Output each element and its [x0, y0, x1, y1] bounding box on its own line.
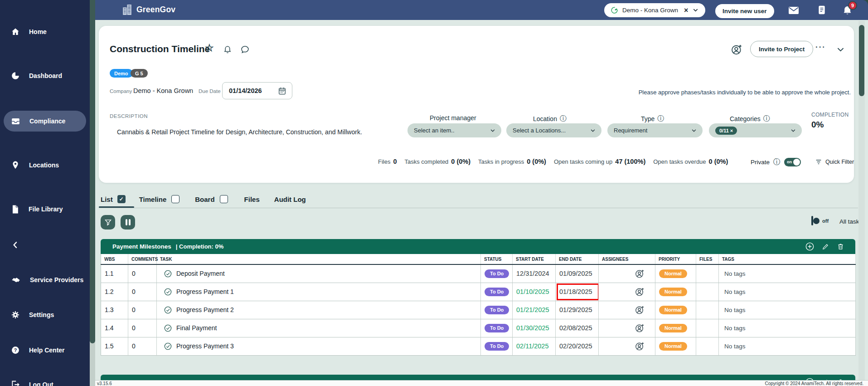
status-badge[interactable]: To Do — [485, 324, 509, 332]
check-circle-icon[interactable] — [164, 288, 172, 296]
categories-chip[interactable]: 0/11 × — [715, 127, 737, 135]
columns-button[interactable] — [121, 215, 135, 230]
check-circle-icon[interactable] — [164, 269, 172, 278]
invite-new-user-button[interactable]: Invite new user — [715, 4, 774, 18]
col-assignees: ASSIGNEES — [599, 254, 655, 264]
tab-timeline-checkbox[interactable] — [171, 195, 179, 203]
tab-list[interactable]: List — [101, 195, 113, 203]
type-select[interactable]: Requirement — [607, 123, 703, 137]
start-date-cell[interactable]: 12/31/2024 — [513, 264, 556, 283]
check-circle-icon[interactable] — [164, 306, 172, 314]
sidebar-item-settings[interactable]: Settings — [0, 306, 90, 324]
add-user-to-project-icon[interactable] — [731, 44, 743, 56]
tags-cell: No tags — [719, 301, 856, 319]
status-cell: To Do — [481, 264, 513, 283]
quick-filter-button[interactable]: Quick Filter — [815, 158, 854, 166]
sidebar-item-locations[interactable]: Locations — [0, 156, 90, 174]
private-toggle-group: Private ⓘ on — [751, 157, 801, 167]
sidebar-item-dashboard[interactable]: Dashboard — [0, 67, 90, 85]
collapse-header-chevron-icon[interactable] — [836, 45, 845, 54]
task-label[interactable]: Deposit Payment — [176, 270, 225, 277]
calendar-icon[interactable] — [278, 87, 286, 95]
priority-badge[interactable]: Normal — [659, 324, 687, 332]
end-date-cell[interactable]: 01/29/2025 — [556, 301, 599, 319]
col-files: FILES — [696, 254, 719, 264]
start-date-cell[interactable]: 01/21/2025 — [513, 301, 556, 319]
start-date-cell[interactable]: 02/11/2025 — [513, 337, 556, 355]
add-assignee-icon[interactable] — [635, 287, 645, 297]
add-assignee-icon[interactable] — [635, 341, 645, 352]
notification-count-badge[interactable]: 9 — [848, 1, 857, 10]
status-badge[interactable]: To Do — [485, 269, 509, 278]
priority-badge[interactable]: Normal — [659, 342, 687, 351]
end-date-cell[interactable]: 02/20/2025 — [556, 337, 599, 355]
check-circle-icon[interactable] — [164, 342, 172, 351]
sidebar-item-compliance[interactable]: Compliance — [0, 112, 90, 130]
favorite-star-icon[interactable]: ☆ — [205, 43, 214, 53]
comments-bubble-icon[interactable] — [240, 45, 250, 54]
add-assignee-icon[interactable] — [635, 323, 645, 333]
sidebar-collapse-button[interactable] — [0, 236, 90, 254]
add-assignee-icon[interactable] — [635, 305, 645, 315]
task-label[interactable]: Final Payment — [176, 324, 217, 332]
status-badge[interactable]: To Do — [485, 288, 509, 296]
filter-button[interactable] — [101, 215, 115, 230]
sidebar-item-home[interactable]: Home — [0, 23, 90, 41]
end-date-cell[interactable]: 01/18/2025 — [556, 283, 599, 301]
private-toggle[interactable]: on — [784, 158, 801, 166]
start-date-cell[interactable]: 01/30/2025 — [513, 319, 556, 337]
sidebar-item-file-library[interactable]: File Library — [0, 200, 90, 218]
invite-to-project-button[interactable]: Invite to Project — [750, 41, 813, 57]
start-date-cell[interactable]: 01/10/2025 — [513, 283, 556, 301]
col-tags: TAGS — [719, 254, 856, 264]
status-badge[interactable]: To Do — [485, 342, 509, 351]
company-selector[interactable]: Demo - Kona Grown × — [604, 3, 705, 17]
all-tasks-toggle[interactable]: off — [811, 216, 813, 225]
sidebar-item-help-center[interactable]: ? Help Center — [0, 341, 90, 359]
tab-board-checkbox[interactable] — [220, 195, 228, 203]
notes-icon[interactable] — [817, 5, 826, 15]
files-cell — [696, 264, 719, 283]
edit-section-icon[interactable] — [822, 243, 829, 250]
add-assignee-icon[interactable] — [635, 269, 645, 279]
end-date-cell[interactable]: 02/08/2025 — [556, 319, 599, 337]
sidebar-item-log-out[interactable]: Log Out — [0, 376, 90, 386]
categories-select[interactable]: 0/11 × — [709, 123, 802, 137]
task-label[interactable]: Progress Payment 1 — [176, 288, 234, 295]
info-icon[interactable]: ⓘ — [560, 114, 567, 123]
priority-badge[interactable]: Normal — [659, 306, 687, 314]
tab-timeline[interactable]: Timeline — [139, 195, 167, 203]
sidebar-item-service-providers[interactable]: Service Providers — [0, 271, 90, 289]
priority-badge[interactable]: Normal — [659, 288, 687, 296]
info-icon[interactable]: ⓘ — [657, 114, 664, 123]
info-icon[interactable]: ⓘ — [773, 157, 781, 167]
status-badge[interactable]: To Do — [485, 306, 509, 314]
due-date-input[interactable]: 01/14/2026 — [222, 82, 292, 99]
task-label[interactable]: Progress Payment 2 — [176, 306, 234, 313]
tab-files[interactable]: Files — [244, 195, 260, 203]
chevron-down-icon[interactable] — [692, 7, 699, 14]
tab-list-checkbox[interactable]: ✓ — [117, 195, 126, 203]
end-date-cell[interactable]: 01/09/2025 — [556, 264, 599, 283]
project-manager-select[interactable]: Select an item.. — [407, 123, 501, 137]
priority-badge[interactable]: Normal — [659, 269, 687, 278]
delete-section-icon[interactable] — [837, 243, 844, 250]
gear-icon — [11, 310, 20, 319]
view-tabs: List ✓ Timeline Board Files Audit Log — [101, 195, 306, 203]
add-task-icon[interactable] — [805, 242, 815, 251]
active-tab-underline — [99, 206, 134, 208]
task-label[interactable]: Progress Payment 3 — [176, 342, 234, 350]
clear-company-icon[interactable]: × — [684, 6, 688, 15]
sidebar-scrollbar-thumb[interactable] — [90, 0, 95, 343]
tab-board[interactable]: Board — [195, 195, 214, 203]
page-scrollbar-thumb[interactable] — [859, 25, 864, 96]
more-options-icon[interactable]: ··· — [815, 43, 826, 52]
check-circle-icon[interactable] — [164, 324, 172, 332]
tab-audit-log[interactable]: Audit Log — [274, 195, 306, 203]
wbs-cell: 1.3 — [101, 301, 128, 319]
mail-icon[interactable] — [788, 5, 799, 15]
subscribe-bell-icon[interactable] — [223, 45, 232, 54]
info-icon[interactable]: ⓘ — [763, 114, 770, 123]
location-select[interactable]: Select a Locations... — [506, 123, 601, 137]
stat-open-tasks-coming-up: Open tasks coming up47 (100%) — [554, 158, 645, 165]
